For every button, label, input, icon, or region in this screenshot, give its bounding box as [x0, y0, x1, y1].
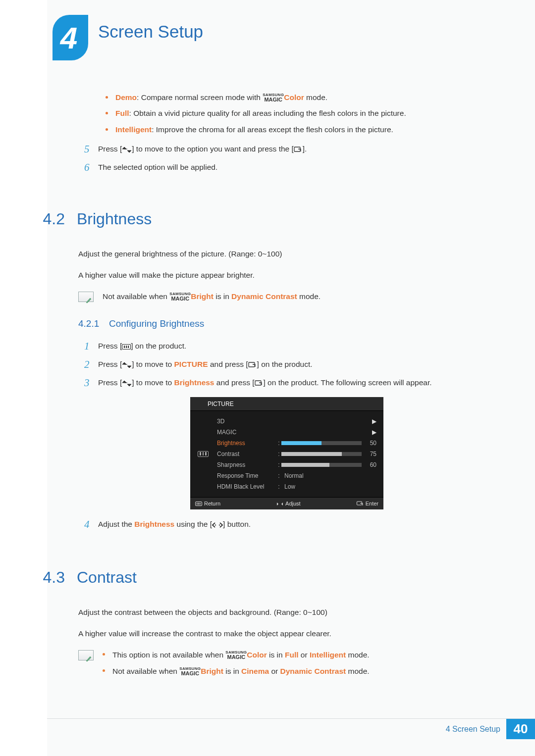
- osd-enter: Enter: [357, 501, 378, 506]
- osd-row-label: Sharpness: [217, 461, 276, 468]
- samsung-magic-icon: SAMSUNGMAGIC: [263, 93, 284, 102]
- osd-slider: [281, 441, 362, 445]
- step-2: 2 Press [] to move to PICTURE and press …: [84, 358, 495, 372]
- osd-value: 60: [366, 461, 376, 468]
- osd-value: 75: [366, 451, 376, 457]
- bullet-text: : Compare normal screen mode with: [137, 93, 263, 101]
- bullet-text: : Obtain a vivid picture quality for all…: [129, 109, 406, 117]
- osd-footer: Return Adjust Enter: [190, 497, 383, 509]
- osd-value: 50: [366, 440, 376, 447]
- leftright-icon: [212, 520, 223, 532]
- osd-row-label: Brightness: [217, 440, 276, 447]
- step-number: 5: [84, 143, 98, 156]
- osd-return: Return: [195, 501, 220, 506]
- bullet-label: Full: [115, 109, 129, 117]
- step-number: 6: [84, 161, 98, 173]
- osd-row-label: 3D: [217, 418, 276, 425]
- step-text: The selected option will be applied.: [98, 161, 495, 173]
- svg-rect-8: [197, 503, 198, 504]
- osd-slider: [281, 463, 362, 467]
- osd-row: Sharpness:60: [212, 459, 376, 470]
- section-number: 4.2: [30, 210, 77, 228]
- samsung-magic-icon: SAMSUNGMAGIC: [169, 292, 191, 302]
- osd-row: Brightness:50: [212, 438, 376, 449]
- section-title: Brightness: [77, 210, 152, 228]
- chapter-badge: 4: [53, 15, 88, 60]
- updown-icon: [122, 360, 132, 372]
- step-text: Adjust the Brightness using the [] butto…: [98, 518, 495, 532]
- osd-rows: 3D▶MAGIC▶Brightness:50Contrast:75Sharpne…: [212, 416, 376, 492]
- step-text: Press [] to move to the option you want …: [98, 143, 495, 156]
- step-1: 1 Press [] on the product.: [84, 340, 495, 353]
- osd-value: Low: [281, 483, 295, 490]
- osd-row-label: HDMI Black Level: [217, 483, 276, 490]
- s43-note-1: This option is not available when SAMSUN…: [103, 649, 495, 660]
- enter-icon: [294, 145, 303, 156]
- subsection-4.2.1: 4.2.1 Configuring Brightness: [78, 318, 495, 329]
- svg-rect-9: [198, 503, 199, 504]
- chapter-title: Screen Setup: [98, 22, 203, 42]
- osd-adjust: Adjust: [276, 501, 301, 506]
- s43-p2: A higher value will increase the contras…: [78, 628, 495, 639]
- osd-row-label: Response Time: [217, 472, 276, 479]
- updown-icon: [122, 145, 132, 156]
- s42-note: Not available when SAMSUNGMAGICBright is…: [78, 291, 495, 302]
- menu-icon: [198, 451, 209, 457]
- s43-note: This option is not available when SAMSUN…: [78, 649, 495, 682]
- footer-page-number: 40: [506, 719, 535, 739]
- section-4.2-head: 4.2 Brightness: [78, 210, 495, 228]
- osd-row-label: Contrast: [217, 451, 276, 457]
- s42-p1: Adjust the general brightness of the pic…: [78, 248, 495, 259]
- note-text: Not available when SAMSUNGMAGICBright is…: [103, 291, 495, 302]
- bullet-intelligent: Intelligent: Improve the chroma for all …: [106, 124, 495, 135]
- step-6: 6 The selected option will be applied.: [84, 161, 495, 173]
- s43-p1: Adjust the contrast between the objects …: [78, 606, 495, 618]
- osd-screenshot: PICTURE 3D▶MAGIC▶Brightness:50Contrast:7…: [190, 397, 383, 509]
- svg-rect-3: [126, 346, 127, 348]
- step-text: Press [] to move to Brightness and press…: [98, 377, 495, 390]
- step-text: Press [] to move to PICTURE and press []…: [98, 358, 495, 372]
- bullet-text: : Improve the chroma for all areas excep…: [152, 125, 393, 134]
- menu-icon: [122, 342, 131, 353]
- enter-icon: [248, 360, 257, 372]
- section-4.3-head: 4.3 Contrast: [78, 568, 495, 587]
- note-icon: [78, 292, 94, 302]
- section-number: 4.3: [30, 568, 77, 587]
- osd-side-icon: [194, 416, 212, 492]
- step-number: 1: [84, 340, 98, 353]
- updown-icon: [122, 378, 132, 390]
- page-footer: 4 Screen Setup 40: [47, 718, 535, 739]
- osd-value: Normal: [281, 472, 304, 479]
- arrow-right-icon: ▶: [372, 429, 376, 436]
- step-3: 3 Press [] to move to Brightness and pre…: [84, 377, 495, 390]
- osd-body: 3D▶MAGIC▶Brightness:50Contrast:75Sharpne…: [190, 411, 383, 497]
- subsection-title: Configuring Brightness: [109, 318, 204, 329]
- enter-icon: [255, 378, 264, 390]
- osd-title: PICTURE: [190, 397, 383, 411]
- footer-label: 4 Screen Setup: [446, 725, 506, 734]
- step-4: 4 Adjust the Brightness using the [] but…: [84, 518, 495, 532]
- osd-row: Contrast:75: [212, 449, 376, 459]
- bullet-label: Intelligent: [115, 125, 152, 134]
- bullet-label: Demo: [115, 93, 137, 101]
- section-title: Contrast: [77, 568, 137, 587]
- samsung-magic-icon: SAMSUNGMAGIC: [179, 667, 201, 676]
- svg-rect-2: [124, 346, 125, 348]
- step-text: Press [] on the product.: [98, 340, 495, 353]
- bullet-demo: Demo: Compare normal screen mode with SA…: [106, 92, 495, 103]
- svg-rect-10: [200, 503, 201, 504]
- bullet-full: Full: Obtain a vivid picture quality for…: [106, 107, 495, 119]
- osd-row: MAGIC▶: [212, 427, 376, 438]
- mode-bullets: Demo: Compare normal screen mode with SA…: [106, 92, 495, 135]
- subsection-number: 4.2.1: [78, 318, 109, 329]
- osd-slider: [281, 452, 362, 456]
- osd-row: 3D▶: [212, 416, 376, 427]
- s42-p2: A higher value will make the picture app…: [78, 269, 495, 281]
- samsung-magic-icon: SAMSUNGMAGIC: [225, 651, 247, 660]
- step-number: 3: [84, 377, 98, 390]
- chapter-number: 4: [60, 20, 77, 55]
- step-number: 2: [84, 358, 98, 372]
- step-5: 5 Press [] to move to the option you wan…: [84, 143, 495, 156]
- note-text: This option is not available when SAMSUN…: [103, 649, 495, 682]
- svg-rect-4: [128, 346, 129, 348]
